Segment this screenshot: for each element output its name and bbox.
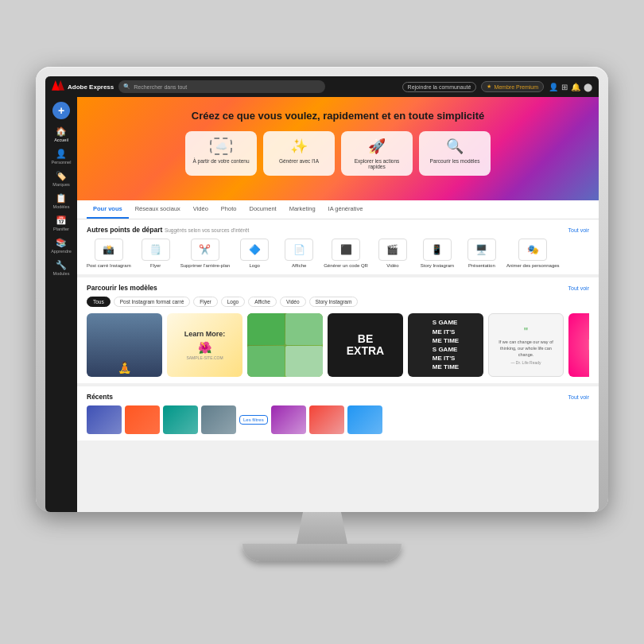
action-icon-flyer: 🗒️ (142, 239, 170, 261)
person-icon: 👤 (56, 149, 67, 159)
community-button[interactable]: Rejoindre la communauté (402, 82, 477, 92)
filter-flyer[interactable]: Flyer (193, 297, 217, 307)
action-label-0: Post carré Instagram (87, 263, 131, 268)
action-story[interactable]: 📱 Story Instagram (417, 239, 457, 268)
hero-card-from-content[interactable]: ☁️ À partir de votre contenu (185, 131, 257, 176)
filter-affiche[interactable]: Affiche (248, 297, 277, 307)
recent-item-7[interactable] (347, 405, 382, 434)
avatar-icon[interactable]: ⬤ (584, 83, 592, 91)
app-name: Adobe Express (68, 83, 114, 91)
templates-see-all[interactable]: Tout voir (568, 285, 589, 291)
action-animer[interactable]: 🎭 Animer des personnages (506, 239, 560, 268)
recents-row: Les filtres (87, 405, 589, 434)
filter-video[interactable]: Vidéo (280, 297, 306, 307)
template-card-2[interactable]: Learn More: 🌺 SAMPLE-SITE.COM (167, 313, 242, 377)
sidebar-label-personnel: Personnel (52, 160, 72, 165)
template-card-1[interactable]: 🧘 (87, 313, 162, 377)
tab-document[interactable]: Document (242, 200, 282, 219)
modules-icon: 🔧 (56, 260, 67, 270)
action-video[interactable]: 🎬 Vidéo (373, 239, 413, 268)
star-icon: ★ (487, 83, 491, 90)
grid-icon[interactable]: ⊞ (561, 83, 568, 91)
action-icon-presentation: 🖥️ (467, 239, 496, 261)
recent-item-1[interactable] (87, 405, 122, 434)
template-card-7[interactable]: LUST (568, 313, 589, 377)
tab-video[interactable]: Vidéo (187, 200, 215, 219)
brand-icon: 🏷️ (56, 171, 67, 181)
main-area: + 🏠 Accueil 👤 Personnel 🏷️ Marques (45, 97, 599, 512)
action-presentation[interactable]: 🖥️ Présentation (462, 239, 502, 268)
action-qr-code[interactable]: ⬛ Générer un code QR (324, 239, 368, 268)
person-icon[interactable]: 👤 (549, 83, 558, 91)
tab-ia-generative[interactable]: IA générative (322, 200, 370, 219)
app-logo: Adobe Express (52, 80, 114, 93)
tab-pour-vous[interactable]: Pour vous (87, 200, 129, 219)
premium-button[interactable]: ★ Membre Premium (481, 81, 544, 92)
action-icon-qr: ⬛ (332, 239, 360, 261)
quick-actions-see-all[interactable]: Tout voir (568, 227, 589, 233)
action-label-3: Logo (250, 263, 260, 268)
sidebar-label-accueil: Accueil (54, 138, 68, 142)
template-card-3[interactable] (247, 313, 323, 377)
sidebar: + 🏠 Accueil 👤 Personnel 🏷️ Marques (45, 97, 77, 512)
monitor-container: Adobe Express 🔍 Rechercher dans tout Rej… (36, 99, 608, 561)
template-icon: 📋 (56, 193, 67, 204)
search-bar[interactable]: 🔍 Rechercher dans tout (118, 80, 325, 93)
add-button[interactable]: + (52, 102, 70, 119)
sidebar-item-modeles[interactable]: 📋 Modèles (47, 191, 76, 211)
sidebar-label-planifier: Planifier (53, 227, 69, 231)
recent-item-4[interactable] (201, 405, 236, 434)
recents-header: Récents Tout voir (87, 393, 589, 401)
topbar-icon-group: 👤 ⊞ 🔔 ⬤ (549, 83, 592, 91)
action-flyer[interactable]: 🗒️ Flyer (136, 239, 176, 268)
templates-title: Parcourir les modèles (87, 284, 157, 292)
quick-actions-title-group: Autres points de départ Suggérés selon v… (87, 226, 249, 234)
action-affiche[interactable]: 📄 Affiche (279, 239, 319, 268)
recent-item-6[interactable] (309, 405, 344, 434)
action-post-instagram[interactable]: 📸 Post carré Instagram (87, 239, 131, 268)
template-card-6[interactable]: " If we can change our way of thinking, … (488, 313, 564, 377)
monitor-stand-base (242, 544, 402, 561)
topbar: Adobe Express 🔍 Rechercher dans tout Rej… (45, 76, 599, 97)
hero-card-quick-actions[interactable]: 🚀 Explorer les actions rapides (341, 131, 413, 176)
action-logo[interactable]: 🔷 Logo (235, 239, 274, 268)
sidebar-item-accueil[interactable]: 🏠 Accueil (47, 124, 76, 145)
filter-tous[interactable]: Tous (87, 297, 111, 307)
tab-marketing[interactable]: Marketing (283, 200, 322, 219)
les-filtres-button[interactable]: Les filtres (239, 415, 268, 425)
sidebar-item-personnel[interactable]: 👤 Personnel (47, 146, 76, 167)
tab-photo[interactable]: Photo (215, 200, 243, 219)
app-screen: Adobe Express 🔍 Rechercher dans tout Rej… (45, 76, 599, 512)
action-label-6: Vidéo (386, 263, 398, 268)
filter-post-instagram[interactable]: Post Instagram format carré (114, 297, 191, 307)
filter-logo[interactable]: Logo (221, 297, 245, 307)
sidebar-label-modules: Modules (53, 271, 70, 276)
sidebar-label-modeles: Modèles (53, 204, 70, 209)
recent-item-2[interactable] (125, 405, 160, 434)
template-card-4[interactable]: BEEXTRA (328, 313, 403, 377)
lust-text: LUST (588, 337, 589, 354)
be-extra-text: BEEXTRA (347, 333, 384, 358)
topbar-right: Rejoindre la communauté ★ Membre Premium… (402, 81, 592, 92)
search-placeholder: Rechercher dans tout (134, 84, 187, 90)
recents-see-all[interactable]: Tout voir (568, 394, 589, 400)
recent-item-5[interactable] (271, 405, 306, 434)
filter-story[interactable]: Story Instagram (309, 297, 359, 307)
bell-icon[interactable]: 🔔 (571, 83, 580, 91)
sidebar-item-apprendre[interactable]: 📚 Apprendre (47, 235, 76, 256)
tab-reseaux-sociaux[interactable]: Réseaux sociaux (129, 200, 187, 219)
action-supprimer[interactable]: ✂️ Supprimer l'arrière-plan (180, 239, 231, 268)
sidebar-item-planifier[interactable]: 📅 Planifier (47, 213, 76, 234)
recent-item-3[interactable] (163, 405, 198, 434)
template-card-5[interactable]: S GAMEME IT'SME TIMES GAMEME IT'SME TIME (408, 313, 483, 377)
hero-card-generate-ai[interactable]: ✨ Générer avec l'IA (263, 131, 335, 176)
sidebar-label-apprendre: Apprendre (51, 249, 72, 254)
sidebar-item-modules[interactable]: 🔧 Modules (47, 258, 76, 278)
action-icon-video: 🎬 (378, 239, 407, 261)
learn-icon: 📚 (56, 238, 67, 248)
hero-card-browse-templates[interactable]: 🔍 Parcourir les modèles (419, 131, 491, 176)
hero-card-label-2: Explorer les actions rapides (346, 158, 408, 169)
adobe-icon (52, 80, 64, 93)
sidebar-item-marques[interactable]: 🏷️ Marques (47, 169, 76, 189)
hero-cards: ☁️ À partir de votre contenu ✨ Générer a… (185, 131, 491, 176)
